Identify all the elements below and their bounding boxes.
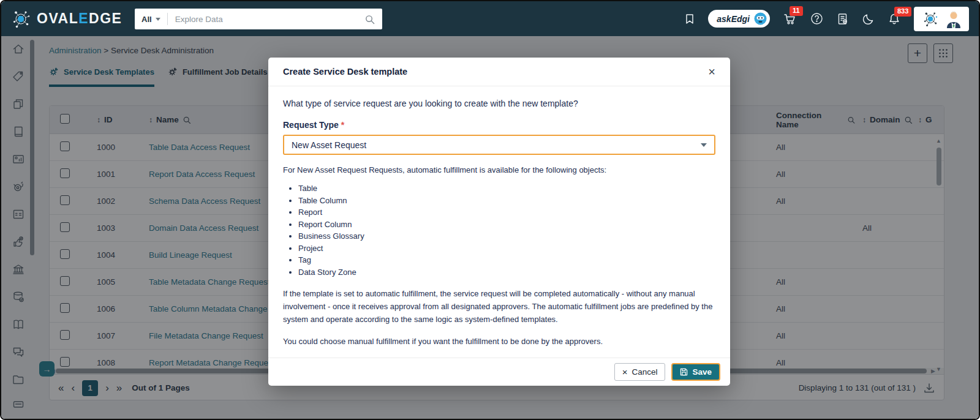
bookmark-icon[interactable]: [684, 13, 695, 25]
object-item: Report Column: [298, 219, 715, 231]
save-button[interactable]: Save: [671, 363, 720, 381]
request-type-label: Request Type *: [283, 120, 715, 130]
request-type-value: New Asset Request: [292, 140, 366, 150]
profile-menu[interactable]: [914, 7, 969, 31]
objects-list: TableTable ColumnReportReport ColumnBusi…: [298, 182, 715, 278]
cancel-button[interactable]: ×Cancel: [614, 363, 666, 381]
chevron-down-icon: [701, 143, 707, 147]
modal-footer: ×Cancel Save: [268, 358, 730, 386]
ovaledge-molecule-icon: [10, 8, 32, 30]
notifications-badge: 833: [894, 7, 911, 17]
object-item: Table Column: [298, 195, 715, 207]
required-asterisk: *: [341, 120, 344, 130]
object-item: Table: [298, 182, 715, 195]
help-icon[interactable]: [810, 12, 823, 25]
search-scope-dropdown[interactable]: All: [135, 9, 167, 29]
top-navbar: OVALEDGE All askEdgi 11: [1, 1, 979, 36]
modal-question: What type of service request are you loo…: [283, 99, 715, 108]
close-icon[interactable]: ×: [708, 66, 715, 78]
request-type-select[interactable]: New Asset Request: [283, 135, 715, 155]
app-window: OVALEDGE All askEdgi 11: [0, 0, 980, 420]
close-icon: ×: [622, 367, 628, 377]
object-item: Report: [298, 206, 715, 219]
modal-header: Create Service Desk template ×: [268, 58, 730, 86]
save-floppy-icon: [680, 368, 688, 376]
cart-icon[interactable]: 11: [783, 12, 797, 26]
object-item: Tag: [298, 254, 715, 266]
navbar-actions: askEdgi 11 833: [684, 1, 969, 36]
manual-fulfillment-paragraph: You could choose manual fulfillment if y…: [283, 335, 715, 348]
askedgi-button[interactable]: askEdgi: [708, 10, 770, 28]
brand-logo[interactable]: OVALEDGE: [10, 8, 122, 30]
brand-wordmark: OVALEDGE: [37, 10, 122, 27]
user-avatar: [946, 10, 962, 28]
notifications-bell-icon[interactable]: 833: [888, 12, 901, 26]
create-template-modal: Create Service Desk template × What type…: [268, 58, 730, 386]
object-item: Data Story Zone: [298, 266, 715, 279]
modal-body: What type of service request are you loo…: [268, 86, 730, 348]
chevron-down-icon: [156, 18, 160, 21]
search-input[interactable]: [168, 15, 364, 24]
object-item: Project: [298, 242, 715, 255]
object-item: Business Glossary: [298, 230, 715, 242]
auto-fulfillment-paragraph: If the template is set to automatic fulf…: [283, 287, 715, 326]
fulfillment-info-line: For New Asset Request Requests, automati…: [283, 165, 715, 174]
dark-mode-moon-icon[interactable]: [862, 13, 875, 25]
app-gear-molecule-icon: [921, 10, 940, 28]
askedgi-robot-icon: [754, 12, 767, 25]
release-notes-icon[interactable]: [836, 12, 850, 26]
page-body: → Administration > Service Desk Administ…: [1, 36, 979, 420]
search-icon[interactable]: [364, 14, 375, 24]
global-search: All: [135, 9, 382, 29]
cart-badge: 11: [790, 6, 803, 16]
modal-title: Create Service Desk template: [283, 67, 407, 77]
